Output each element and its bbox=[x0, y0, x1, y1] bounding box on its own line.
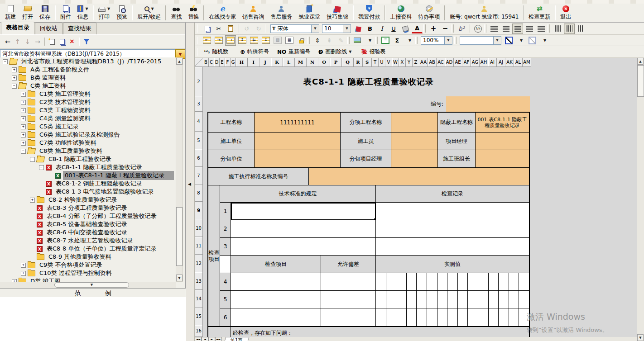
measure-cell[interactable] bbox=[468, 308, 478, 326]
tree-item[interactable]: +B类 监理资料 bbox=[0, 74, 176, 82]
column-header-K[interactable]: K bbox=[271, 58, 283, 67]
active-cell[interactable] bbox=[231, 203, 376, 220]
tree-item[interactable]: +C2类 技术管理资料 bbox=[0, 98, 176, 106]
measure-cell[interactable] bbox=[396, 273, 407, 290]
measure-cell[interactable] bbox=[489, 291, 499, 308]
valign-top-icon[interactable] bbox=[552, 24, 563, 34]
font-size-dropdown[interactable]: ▼ bbox=[343, 25, 351, 33]
column-header-Z[interactable]: Z bbox=[413, 58, 419, 67]
check-item-header-cell[interactable]: 检查项目 bbox=[231, 256, 321, 273]
zoom-dropdown[interactable]: ▼ bbox=[444, 37, 452, 44]
insert-cell-left-icon[interactable]: ⇤ bbox=[202, 35, 212, 46]
diagonal-border2-icon[interactable] bbox=[527, 35, 538, 46]
measure-cell[interactable] bbox=[489, 308, 499, 326]
tree-item[interactable]: −X表C8-1-1 隐蔽工程质量验收记录 bbox=[0, 163, 176, 171]
column-header-AH[interactable]: AH bbox=[480, 58, 488, 67]
column-header-M[interactable]: M bbox=[295, 58, 307, 67]
toolbar-button[interactable]: 查找 bbox=[168, 4, 185, 22]
toolbar-button[interactable]: 售后服务 bbox=[267, 4, 295, 22]
measure-cell[interactable] bbox=[376, 308, 386, 326]
account-info[interactable]: 账号: qwert 筑业币: 15941 bbox=[447, 4, 522, 22]
tree-item[interactable]: X表C8-5 设备基础检查验收记录 bbox=[0, 220, 176, 228]
tree-item[interactable]: +C7类 功能性试验资料 bbox=[0, 139, 176, 147]
toolbar-button[interactable]: 筑业课堂 bbox=[295, 4, 323, 22]
decrease-size-button[interactable]: − bbox=[440, 24, 451, 34]
measure-cell[interactable] bbox=[509, 273, 519, 290]
measure-cell[interactable] bbox=[478, 308, 489, 326]
row-header-4[interactable]: 4 bbox=[195, 112, 203, 132]
align-left-icon[interactable] bbox=[500, 24, 511, 34]
column-header-G[interactable]: G bbox=[231, 58, 236, 67]
measure-cell[interactable] bbox=[509, 291, 519, 308]
tree-item[interactable]: −C8类 施工质量验收资料 bbox=[0, 147, 176, 155]
tree-item[interactable]: −河北省市政工程资料管理规程DB13（J）/T176-2015 bbox=[0, 57, 176, 66]
tree-item[interactable]: X表C8-7 水处理工艺管线验收记录 bbox=[0, 237, 176, 245]
row-number-cell[interactable]: 1 bbox=[220, 203, 231, 220]
align-right-icon[interactable] bbox=[524, 24, 535, 34]
column-header-N[interactable]: N bbox=[307, 58, 318, 67]
field-value-cell[interactable]: 1111111111 bbox=[255, 113, 341, 133]
insert-column-icon[interactable]: ⇇ bbox=[249, 35, 260, 46]
measure-cell[interactable] bbox=[489, 273, 499, 290]
column-header-AM[interactable]: AM bbox=[523, 58, 531, 67]
plus-expander-icon[interactable]: + bbox=[21, 92, 26, 97]
sheet-first-button[interactable]: ◄◄ bbox=[195, 337, 202, 341]
line-style-dropdown[interactable]: ▼ bbox=[493, 37, 501, 44]
row-header-3[interactable]: 3 bbox=[195, 96, 203, 112]
column-header-W[interactable]: W bbox=[392, 58, 399, 67]
tree-item[interactable]: X表C8-6 中间交接检查验收记录 bbox=[0, 228, 176, 237]
undo-icon[interactable]: ↺ bbox=[241, 24, 252, 34]
field-label-cell[interactable]: 施工单位 bbox=[208, 133, 255, 150]
tree-item[interactable]: +C1类 施工管理资料 bbox=[0, 90, 176, 98]
special-symbol-button[interactable]: ⊕特殊符号 bbox=[238, 47, 271, 57]
sheet-scrollbar[interactable]: ▲ ▼ bbox=[637, 58, 644, 341]
random-number-button[interactable]: ¹²₃随机数 bbox=[202, 47, 231, 57]
tree-item[interactable]: +C9类 不合格项处置记录 bbox=[0, 261, 176, 269]
nav-up-arrow[interactable]: ↑ bbox=[13, 37, 23, 47]
lock-cell-icon[interactable] bbox=[296, 35, 307, 46]
measure-cell[interactable] bbox=[519, 291, 529, 308]
minus-expander-icon[interactable]: − bbox=[12, 84, 17, 89]
underline-button[interactable]: U bbox=[388, 24, 399, 34]
copy-form-icon[interactable] bbox=[57, 37, 67, 47]
toolbar-button[interactable]: 附件 bbox=[57, 4, 74, 22]
superscript-button[interactable]: b² bbox=[456, 24, 467, 34]
inspection-report-button[interactable]: 验报验表 bbox=[360, 47, 388, 57]
fraction-button[interactable]: 1/a bbox=[472, 24, 483, 34]
row-number-cell[interactable]: 3 bbox=[220, 238, 231, 256]
field-label-cell[interactable]: 施工员 bbox=[341, 133, 391, 150]
collapse-arrow-icon[interactable]: ◀ bbox=[188, 182, 191, 186]
tree-item[interactable]: +C3类 工程物资资料 bbox=[0, 106, 176, 114]
measure-cell[interactable] bbox=[519, 273, 529, 290]
row-spacing-decrease-icon[interactable]: ⇞ bbox=[324, 35, 335, 46]
fill-color-icon[interactable] bbox=[400, 24, 411, 34]
plus-expander-icon[interactable]: + bbox=[21, 133, 26, 137]
row-spacing-increase-icon[interactable]: ⇕ bbox=[312, 35, 323, 46]
sheet-prev-button[interactable]: ◄ bbox=[202, 337, 208, 341]
row-header-10[interactable]: 10 bbox=[195, 219, 203, 237]
align-justify-icon[interactable] bbox=[489, 24, 500, 34]
measure-cell[interactable] bbox=[386, 273, 397, 290]
split-cell-icon[interactable]: ↕ bbox=[237, 35, 248, 46]
field-label-cell[interactable]: 分包单位 bbox=[208, 150, 255, 168]
record-entry-cell[interactable] bbox=[376, 220, 529, 238]
column-header-AK[interactable]: AK bbox=[505, 58, 514, 67]
toolbar-button[interactable]: ▼打印 bbox=[95, 4, 113, 22]
row-number-cell[interactable]: 4 bbox=[220, 273, 231, 291]
measure-cell[interactable] bbox=[376, 291, 386, 308]
toolbar-button[interactable]: e在线找专家 bbox=[206, 4, 239, 22]
regulation-entry-cell[interactable] bbox=[231, 238, 376, 256]
align-center-icon[interactable] bbox=[512, 24, 523, 34]
insert-cell-right-icon[interactable]: → bbox=[225, 35, 236, 46]
plus-expander-icon[interactable]: + bbox=[21, 108, 26, 113]
column-header-AI[interactable]: AI bbox=[488, 58, 497, 67]
column-header-O[interactable]: O bbox=[318, 58, 330, 67]
row-header-7[interactable]: 7 bbox=[195, 167, 203, 185]
diagonal-border2-dropdown[interactable]: ▼ bbox=[538, 35, 549, 46]
field-label-cell[interactable]: 分包项目经理 bbox=[341, 150, 391, 168]
column-header-AE[interactable]: AE bbox=[454, 58, 462, 67]
row-header-11[interactable]: 11 bbox=[195, 237, 203, 255]
field-value-cell[interactable] bbox=[391, 150, 438, 168]
tree-item[interactable]: +A类 工程准备阶段文件 bbox=[0, 66, 176, 74]
measure-cell[interactable] bbox=[427, 273, 437, 290]
